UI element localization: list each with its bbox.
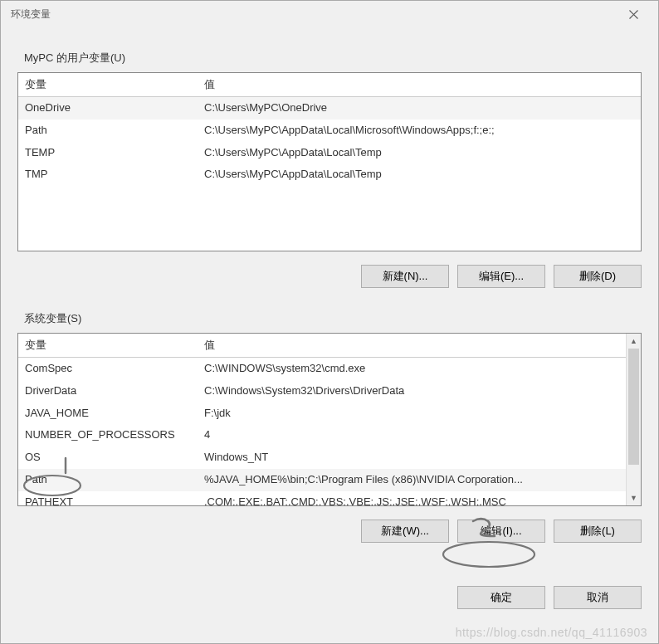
user-vars-label: MyPC 的用户变量(U) <box>24 51 642 66</box>
dialog-content: MyPC 的用户变量(U) 变量 值 OneDrive C:\Users\MyP… <box>1 27 658 553</box>
user-edit-button[interactable]: 编辑(E)... <box>457 265 545 288</box>
table-row[interactable]: TEMP C:\Users\MyPC\AppData\Local\Temp <box>18 142 641 164</box>
system-vars-label: 系统变量(S) <box>24 311 642 326</box>
system-vars-buttons: 新建(W)... 编辑(I)... 删除(L) <box>17 520 642 543</box>
user-new-button[interactable]: 新建(N)... <box>361 265 449 288</box>
table-row[interactable]: OS Windows_NT <box>18 446 626 469</box>
table-row[interactable]: DriverData C:\Windows\System32\Drivers\D… <box>18 380 626 402</box>
close-icon <box>629 10 638 19</box>
col-header-value[interactable]: 值 <box>198 73 641 97</box>
table-row[interactable]: JAVA_HOME F:\jdk <box>18 402 626 425</box>
ok-button[interactable]: 确定 <box>457 586 545 609</box>
scroll-thumb[interactable] <box>628 349 639 465</box>
scroll-down-icon[interactable] <box>627 490 641 505</box>
system-vars-panel: 变量 值 ComSpec C:\WINDOWS\system32\cmd.exe… <box>17 333 642 506</box>
scroll-up-icon[interactable] <box>627 334 641 349</box>
user-vars-table[interactable]: 变量 值 OneDrive C:\Users\MyPC\OneDrive Pat… <box>18 73 641 186</box>
table-row[interactable]: OneDrive C:\Users\MyPC\OneDrive <box>18 97 641 120</box>
titlebar: 环境变量 <box>1 1 658 27</box>
table-row[interactable]: Path C:\Users\MyPC\AppData\Local\Microso… <box>18 120 641 142</box>
table-row[interactable]: PATHEXT .COM;.EXE;.BAT;.CMD;.VBS;.VBE;.J… <box>18 491 626 505</box>
table-row[interactable]: TMP C:\Users\MyPC\AppData\Local\Temp <box>18 163 641 186</box>
cancel-button[interactable]: 取消 <box>554 586 642 609</box>
col-header-variable[interactable]: 变量 <box>18 73 198 97</box>
table-row[interactable]: ComSpec C:\WINDOWS\system32\cmd.exe <box>18 358 626 380</box>
system-new-button[interactable]: 新建(W)... <box>361 520 449 543</box>
table-row[interactable]: NUMBER_OF_PROCESSORS 4 <box>18 424 626 446</box>
system-delete-button[interactable]: 删除(L) <box>554 520 642 543</box>
col-header-variable[interactable]: 变量 <box>18 334 198 358</box>
system-edit-button[interactable]: 编辑(I)... <box>457 520 545 543</box>
scrollbar[interactable] <box>626 334 641 505</box>
system-vars-table[interactable]: 变量 值 ComSpec C:\WINDOWS\system32\cmd.exe… <box>18 334 626 505</box>
user-delete-button[interactable]: 删除(D) <box>554 265 642 288</box>
user-vars-buttons: 新建(N)... 编辑(E)... 删除(D) <box>17 265 642 288</box>
col-header-value[interactable]: 值 <box>198 334 626 358</box>
table-row[interactable]: Path %JAVA_HOME%\bin;C:\Program Files (x… <box>18 469 626 491</box>
env-variables-dialog: 环境变量 MyPC 的用户变量(U) 变量 值 OneDriv <box>0 0 659 644</box>
window-title: 环境变量 <box>11 7 51 22</box>
close-button[interactable] <box>617 2 650 26</box>
user-vars-panel: 变量 值 OneDrive C:\Users\MyPC\OneDrive Pat… <box>17 72 642 251</box>
dialog-buttons: 确定 取消 <box>1 586 658 624</box>
